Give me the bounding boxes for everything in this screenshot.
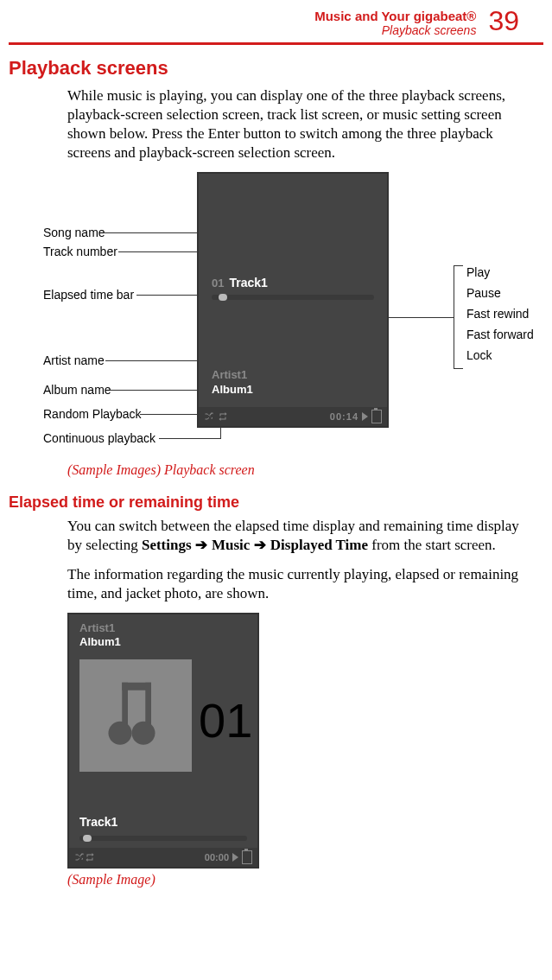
page-header: Music and Your gigabeat® Playback screen… <box>9 9 543 37</box>
music-note-icon <box>101 677 170 754</box>
figure2-caption: (Sample Image) <box>9 872 543 888</box>
device-screenshot-1: 01 Track1 Artist1 Album1 00:14 <box>197 172 389 428</box>
screen2-artist: Artist1 <box>79 621 115 634</box>
screen1-progress-bar <box>212 295 374 300</box>
header-divider <box>9 42 543 45</box>
screen2-progress-knob <box>83 835 92 842</box>
label-pause: Pause <box>466 286 501 300</box>
label-fast-forward: Fast forward <box>466 328 534 341</box>
battery-icon <box>371 410 382 423</box>
svg-point-3 <box>109 722 132 745</box>
screen1-album: Album1 <box>212 383 253 396</box>
label-random: Random Playback <box>43 407 142 421</box>
heading-elapsed-remaining: Elapsed time or remaining time <box>9 493 543 512</box>
play-icon <box>232 853 238 862</box>
shuffle-icon <box>74 852 85 862</box>
paragraph-info-shown: The information regarding the music curr… <box>9 565 543 603</box>
play-icon <box>362 412 368 421</box>
screen2-big-track-number: 01 <box>199 692 252 748</box>
screen1-track-number: 01 <box>212 277 224 290</box>
screen1-artist: Artist1 <box>212 368 247 381</box>
menu-path-music: Music <box>212 537 250 553</box>
arrow-icon: ➔ <box>192 537 212 553</box>
screen1-track-name: Track1 <box>229 276 267 290</box>
label-track-number: Track number <box>43 245 117 258</box>
battery-icon <box>242 850 252 864</box>
screen2-jacket-art <box>79 659 192 772</box>
device-screenshot-2: Artist1 Album1 01 Track1 00:00 <box>67 613 259 869</box>
label-continuous: Continuous playback <box>43 431 155 445</box>
chapter-title: Music and Your gigabeat® <box>314 9 476 23</box>
section-title: Playback screens <box>314 23 476 37</box>
screen1-time: 00:14 <box>330 411 358 422</box>
screen2-time: 00:00 <box>205 852 229 862</box>
menu-path-settings: Settings <box>142 537 192 553</box>
repeat-icon <box>218 411 228 422</box>
screen1-progress-knob <box>219 294 227 301</box>
screen2-track-name: Track1 <box>79 815 117 829</box>
label-artist-name: Artist name <box>43 353 105 367</box>
label-song-name: Song name <box>43 226 105 239</box>
arrow-icon: ➔ <box>250 537 270 553</box>
header-titles: Music and Your gigabeat® Playback screen… <box>314 9 476 37</box>
screen2-status-bar: 00:00 <box>69 848 257 867</box>
manual-page: Music and Your gigabeat® Playback screen… <box>0 0 552 980</box>
menu-path-displayed-time: Displayed Time <box>270 537 368 553</box>
heading-playback-screens: Playback screens <box>9 57 543 80</box>
figure-playback-annotated: Song name Track number Elapsed time bar … <box>17 172 544 457</box>
label-elapsed-bar: Elapsed time bar <box>43 288 134 302</box>
figure1-caption: (Sample Images) Playback screen <box>9 462 543 478</box>
para2-post: from the start screen. <box>368 537 496 553</box>
repeat-icon <box>85 852 95 862</box>
svg-point-4 <box>132 722 155 745</box>
paragraph-settings-path: You can switch between the elapsed time … <box>9 517 543 555</box>
page-number: 39 <box>488 7 519 35</box>
label-album-name: Album name <box>43 383 111 397</box>
svg-rect-2 <box>145 683 151 728</box>
shuffle-icon <box>204 411 214 422</box>
screen1-status-bar: 00:14 <box>199 407 387 426</box>
paragraph-intro: While music is playing, you can display … <box>9 86 543 162</box>
screen2-album: Album1 <box>79 635 121 648</box>
svg-rect-1 <box>122 683 128 728</box>
screen2-progress-bar <box>79 836 247 841</box>
label-fast-rewind: Fast rewind <box>466 307 529 321</box>
label-play: Play <box>466 265 490 279</box>
label-lock: Lock <box>466 348 492 362</box>
